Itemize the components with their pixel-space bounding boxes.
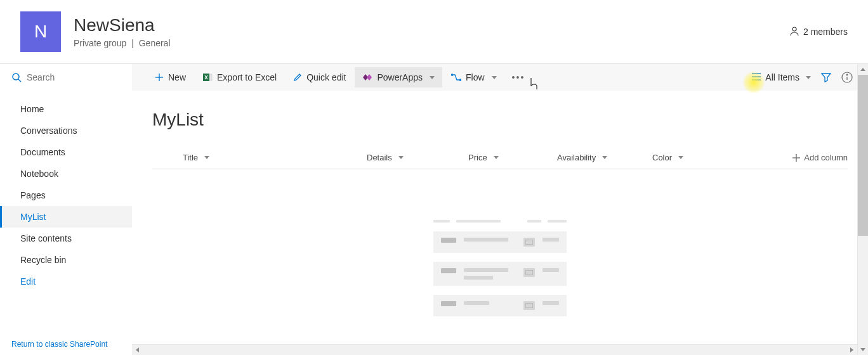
chevron-down-icon [602,156,607,159]
site-logo-initial: N [34,22,47,42]
return-classic-link[interactable]: Return to classic SharePoint [11,340,107,349]
column-header-details[interactable]: Details [367,153,468,162]
members-icon [789,26,799,38]
skeleton-header [433,220,567,223]
svg-line-2 [18,79,21,82]
column-header-availability[interactable]: Availability [557,153,652,162]
column-header-title[interactable]: Title [183,153,367,162]
left-sidebar: Home Conversations Documents Notebook Pa… [0,64,132,355]
svg-point-14 [846,74,848,75]
members-link[interactable]: 2 members [789,26,848,38]
search-icon [11,72,22,82]
svg-point-7 [451,74,452,75]
nav-item-documents[interactable]: Documents [0,141,132,163]
command-bar: New Export to Excel Quick edit [132,64,868,91]
search-box[interactable] [0,64,132,91]
pencil-icon [293,73,302,82]
export-label: Export to Excel [217,72,277,82]
column-color-label: Color [652,153,672,162]
chevron-down-icon [492,76,497,79]
toolbar-right: All Items [751,72,853,83]
site-classification: General [139,38,171,48]
horizontal-scrollbar[interactable] [132,344,857,355]
nav-item-home[interactable]: Home [0,98,132,120]
nav-item-conversations[interactable]: Conversations [0,120,132,141]
body-area: Home Conversations Documents Notebook Pa… [0,63,868,355]
nav-item-recycle-bin[interactable]: Recycle bin [0,249,132,271]
plus-icon [155,73,164,82]
search-input[interactable] [27,72,121,82]
column-availability-label: Availability [557,153,596,162]
view-selector[interactable]: All Items [751,72,811,83]
chevron-down-icon [430,76,435,79]
nav-item-site-contents[interactable]: Site contents [0,228,132,249]
nav-item-pages[interactable]: Pages [0,184,132,206]
chevron-down-icon [204,156,209,159]
column-details-label: Details [367,153,392,162]
vertical-scrollbar[interactable] [857,64,868,355]
skeleton-row [433,295,567,316]
flow-icon [451,73,461,82]
svg-point-1 [13,74,19,80]
flow-label: Flow [466,72,485,82]
empty-list-placeholder [433,220,567,316]
powerapps-button[interactable]: PowerApps [355,67,442,87]
chevron-down-icon [678,156,683,159]
export-excel-button[interactable]: Export to Excel [195,67,284,87]
columns-header-row: Title Details Price Availability Color [152,148,848,169]
members-count-label: 2 members [803,27,848,37]
quick-edit-label: Quick edit [306,72,346,82]
column-header-price[interactable]: Price [468,153,557,162]
skeleton-row [433,262,567,286]
chevron-down-icon [398,156,404,159]
pipe-separator: | [131,38,134,48]
column-title-label: Title [183,153,198,162]
more-actions-button[interactable]: ••• [506,67,532,87]
site-title[interactable]: NewSiena [74,15,171,36]
column-header-color[interactable]: Color [652,153,741,162]
view-label: All Items [765,72,799,82]
svg-point-8 [459,79,461,81]
list-content: MyList Title Details Price Availability [132,91,868,355]
column-price-label: Price [468,153,487,162]
header-left: N NewSiena Private group | General [20,11,171,52]
toolbar-left: New Export to Excel Quick edit [147,67,749,87]
new-label: New [168,72,186,82]
svg-point-0 [792,27,796,31]
site-meta: NewSiena Private group | General [74,15,171,48]
list-title: MyList [152,110,848,130]
scroll-thumb[interactable] [858,75,869,236]
site-privacy: Private group [74,38,126,48]
site-subtitle: Private group | General [74,38,171,48]
scroll-right-button[interactable] [846,345,857,355]
scroll-left-button[interactable] [132,345,143,355]
svg-rect-6 [209,74,212,81]
site-logo[interactable]: N [20,11,61,52]
filter-button[interactable] [821,72,831,82]
main-area: New Export to Excel Quick edit [132,64,868,355]
site-header: N NewSiena Private group | General 2 mem… [0,0,868,63]
excel-icon [202,72,213,82]
list-view-icon [751,72,761,83]
nav-item-notebook[interactable]: Notebook [0,163,132,184]
nav-edit-link[interactable]: Edit [0,271,132,292]
flow-button[interactable]: Flow [444,67,504,87]
skeleton-row [433,231,567,253]
nav-item-mylist[interactable]: MyList [0,206,132,228]
scroll-down-button[interactable] [858,344,868,355]
add-column-button[interactable]: Add column [792,153,848,162]
powerapps-icon [362,73,372,82]
info-button[interactable] [841,72,853,83]
scroll-up-button[interactable] [858,64,868,75]
new-button[interactable]: New [147,67,194,87]
quick-edit-button[interactable]: Quick edit [286,67,353,87]
add-column-label: Add column [804,153,848,162]
chevron-down-icon [494,156,499,159]
powerapps-label: PowerApps [377,72,423,82]
nav-list: Home Conversations Documents Notebook Pa… [0,98,132,292]
chevron-down-icon [806,76,811,79]
